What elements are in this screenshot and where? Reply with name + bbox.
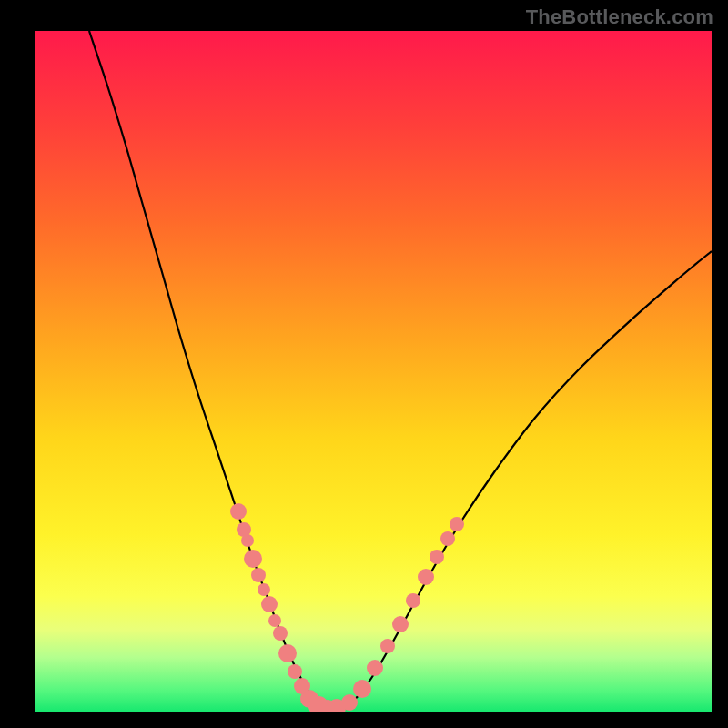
marker-dot xyxy=(418,569,434,585)
marker-dot xyxy=(278,644,297,662)
marker-dot xyxy=(380,639,395,653)
marker-dot xyxy=(288,664,302,679)
watermark-text: TheBottleneck.com xyxy=(526,5,713,29)
marker-dot xyxy=(268,614,281,627)
marker-dot xyxy=(273,626,288,641)
bottleneck-curve xyxy=(89,31,712,710)
marker-dot xyxy=(450,517,464,531)
marker-dot xyxy=(392,616,409,632)
chart-frame: TheBottleneck.com xyxy=(0,0,728,728)
marker-dot xyxy=(440,531,455,546)
marker-dot xyxy=(353,680,371,698)
chart-svg xyxy=(35,31,712,712)
marker-dot xyxy=(244,550,262,568)
marker-dot xyxy=(341,694,358,711)
marker-dot xyxy=(258,583,270,596)
plot-area xyxy=(35,31,712,712)
marker-dots xyxy=(230,503,464,712)
marker-dot xyxy=(261,596,278,612)
marker-dot xyxy=(241,534,254,547)
marker-dot xyxy=(251,568,266,582)
marker-dot xyxy=(367,660,383,676)
marker-dot xyxy=(430,550,444,564)
marker-dot xyxy=(230,503,247,520)
marker-dot xyxy=(406,593,420,608)
